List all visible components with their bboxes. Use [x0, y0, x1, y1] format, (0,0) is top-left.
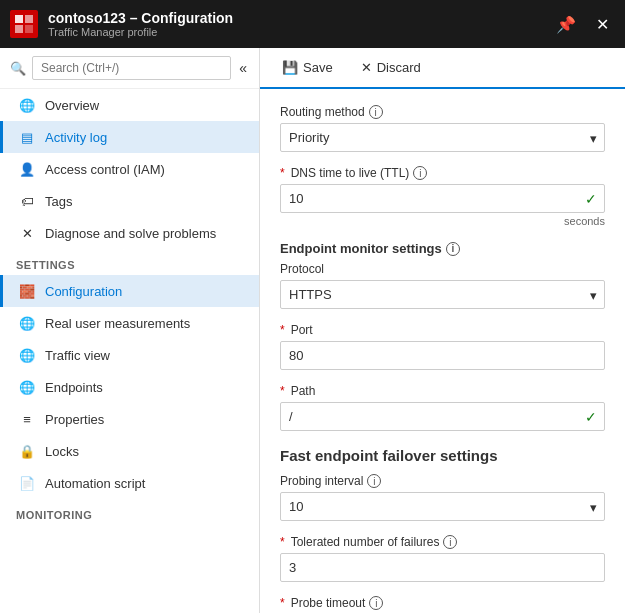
port-input-wrapper [280, 341, 605, 370]
titlebar: contoso123 – Configuration Traffic Manag… [0, 0, 625, 48]
probe-timeout-info-icon[interactable]: i [369, 596, 383, 610]
save-label: Save [303, 60, 333, 75]
svg-rect-2 [15, 25, 23, 33]
dns-ttl-group: * DNS time to live (TTL) i ✓ seconds [280, 166, 605, 227]
globe-icon: 🌐 [19, 97, 35, 113]
probing-interval-info-icon[interactable]: i [367, 474, 381, 488]
nav-diagnose-label: Diagnose and solve problems [45, 226, 216, 241]
properties-icon: ≡ [19, 411, 35, 427]
save-button[interactable]: 💾 Save [276, 56, 339, 79]
nav-locks[interactable]: 🔒 Locks [0, 435, 259, 467]
main-layout: 🔍 « 🌐 Overview ▤ Activity log 👤 Access c… [0, 48, 625, 613]
titlebar-actions: 📌 ✕ [550, 13, 615, 36]
content-area: 💾 Save ✕ Discard Routing method i Priori… [260, 48, 625, 613]
discard-label: Discard [377, 60, 421, 75]
search-icon: 🔍 [10, 61, 26, 76]
port-label: * Port [280, 323, 605, 337]
rum-icon: 🌐 [19, 315, 35, 331]
path-check-icon: ✓ [585, 409, 597, 425]
protocol-label: Protocol [280, 262, 605, 276]
endpoint-monitor-info-icon[interactable]: i [446, 242, 460, 256]
nav-traffic-view-label: Traffic view [45, 348, 110, 363]
collapse-button[interactable]: « [237, 58, 249, 78]
save-icon: 💾 [282, 60, 298, 75]
settings-section-label: SETTINGS [0, 249, 259, 275]
routing-info-icon[interactable]: i [369, 105, 383, 119]
nav-locks-label: Locks [45, 444, 79, 459]
sidebar: 🔍 « 🌐 Overview ▤ Activity log 👤 Access c… [0, 48, 260, 613]
nav-access-control[interactable]: 👤 Access control (IAM) [0, 153, 259, 185]
svg-rect-0 [15, 15, 23, 23]
nav-properties-label: Properties [45, 412, 104, 427]
probe-timeout-label: * Probe timeout i [280, 596, 605, 610]
routing-method-select[interactable]: Priority [280, 123, 605, 152]
form-area: Routing method i Priority * DNS time to … [260, 89, 625, 613]
config-icon: 🧱 [19, 283, 35, 299]
nav-real-user-measurements[interactable]: 🌐 Real user measurements [0, 307, 259, 339]
protocol-select[interactable]: HTTPS [280, 280, 605, 309]
titlebar-subtitle: Traffic Manager profile [48, 26, 550, 38]
probe-timeout-group: * Probe timeout i ✓ seconds [280, 596, 605, 613]
probing-interval-label: Probing interval i [280, 474, 605, 488]
svg-rect-3 [25, 25, 33, 33]
dns-ttl-check-icon: ✓ [585, 191, 597, 207]
discard-icon: ✕ [361, 60, 372, 75]
endpoint-monitor-heading: Endpoint monitor settings i [280, 241, 605, 256]
app-icon [10, 10, 38, 38]
tag-icon: 🏷 [19, 193, 35, 209]
probing-interval-select-wrapper: 10 [280, 492, 605, 521]
wrench-icon: ✕ [19, 225, 35, 241]
nav-rum-label: Real user measurements [45, 316, 190, 331]
probing-interval-group: Probing interval i 10 [280, 474, 605, 521]
tolerated-failures-info-icon[interactable]: i [443, 535, 457, 549]
fast-failover-heading: Fast endpoint failover settings [280, 447, 605, 464]
traffic-icon: 🌐 [19, 347, 35, 363]
nav-tags[interactable]: 🏷 Tags [0, 185, 259, 217]
nav-endpoints[interactable]: 🌐 Endpoints [0, 371, 259, 403]
pin-button[interactable]: 📌 [550, 13, 582, 36]
nav-overview-label: Overview [45, 98, 99, 113]
titlebar-title: contoso123 – Configuration [48, 10, 550, 26]
close-button[interactable]: ✕ [590, 13, 615, 36]
port-input[interactable] [280, 341, 605, 370]
path-label: * Path [280, 384, 605, 398]
nav-configuration[interactable]: 🧱 Configuration [0, 275, 259, 307]
nav-configuration-label: Configuration [45, 284, 122, 299]
tolerated-failures-group: * Tolerated number of failures i [280, 535, 605, 582]
search-input[interactable] [32, 56, 231, 80]
lock-icon: 🔒 [19, 443, 35, 459]
nav-automation-script-label: Automation script [45, 476, 145, 491]
tolerated-failures-input[interactable] [280, 553, 605, 582]
nav-activity-log-label: Activity log [45, 130, 107, 145]
dns-ttl-input[interactable] [280, 184, 605, 213]
path-input[interactable] [280, 402, 605, 431]
nav-endpoints-label: Endpoints [45, 380, 103, 395]
probing-interval-select[interactable]: 10 [280, 492, 605, 521]
dns-ttl-hint: seconds [280, 215, 605, 227]
endpoints-icon: 🌐 [19, 379, 35, 395]
nav-traffic-view[interactable]: 🌐 Traffic view [0, 339, 259, 371]
dns-ttl-info-icon[interactable]: i [413, 166, 427, 180]
search-bar: 🔍 « [0, 48, 259, 89]
nav-diagnose[interactable]: ✕ Diagnose and solve problems [0, 217, 259, 249]
monitoring-section-label: MONITORING [0, 499, 259, 525]
port-group: * Port [280, 323, 605, 370]
nav-activity-log[interactable]: ▤ Activity log [0, 121, 259, 153]
nav-automation-script[interactable]: 📄 Automation script [0, 467, 259, 499]
nav-overview[interactable]: 🌐 Overview [0, 89, 259, 121]
dns-ttl-label: * DNS time to live (TTL) i [280, 166, 605, 180]
log-icon: ▤ [19, 129, 35, 145]
routing-method-label: Routing method i [280, 105, 605, 119]
protocol-select-wrapper: HTTPS [280, 280, 605, 309]
routing-method-group: Routing method i Priority [280, 105, 605, 152]
tolerated-failures-input-wrapper [280, 553, 605, 582]
discard-button[interactable]: ✕ Discard [355, 56, 427, 79]
endpoint-monitor-group: Endpoint monitor settings i Protocol HTT… [280, 241, 605, 309]
path-input-wrapper: ✓ [280, 402, 605, 431]
nav-properties[interactable]: ≡ Properties [0, 403, 259, 435]
routing-method-select-wrapper: Priority [280, 123, 605, 152]
path-group: * Path ✓ [280, 384, 605, 431]
nav-tags-label: Tags [45, 194, 72, 209]
svg-rect-1 [25, 15, 33, 23]
dns-ttl-input-wrapper: ✓ [280, 184, 605, 213]
